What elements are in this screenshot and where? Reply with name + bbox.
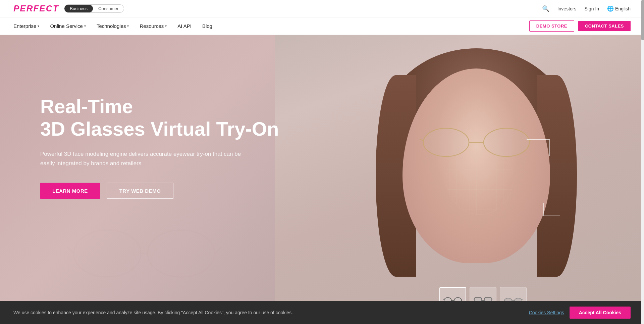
enterprise-label: Enterprise (13, 23, 36, 29)
contact-sales-button[interactable]: CONTACT SALES (578, 21, 631, 31)
svg-point-1 (148, 230, 215, 277)
hero-subtitle: Powerful 3D face modeling engine deliver… (40, 149, 255, 168)
business-toggle[interactable]: Business (64, 5, 93, 12)
scrollbar-thumb[interactable] (641, 0, 644, 40)
hero-section: Real-Time 3D Glasses Virtual Try-On Powe… (0, 35, 644, 324)
nav-blog[interactable]: Blog (202, 23, 212, 29)
nav-technologies[interactable]: Technologies ▾ (97, 23, 129, 29)
logo[interactable]: PERFECT (13, 3, 59, 14)
top-bar-left: PERFECT Business Consumer (13, 3, 124, 14)
online-service-label: Online Service (50, 23, 83, 29)
nav-left: Enterprise ▾ Online Service ▾ Technologi… (13, 23, 212, 29)
nav-resources[interactable]: Resources ▾ (140, 23, 167, 29)
investors-link[interactable]: Investors (557, 6, 577, 11)
svg-line-4 (215, 247, 221, 253)
woman-portrait (376, 48, 577, 290)
svg-line-25 (522, 299, 523, 300)
svg-line-3 (67, 247, 74, 253)
top-bar-right: 🔍 Investors Sign In 🌐 English (542, 5, 631, 12)
demo-store-button[interactable]: DEMO STORE (529, 20, 574, 32)
signin-link[interactable]: Sign In (584, 6, 599, 11)
ar-corner-bracket-tr (527, 139, 550, 156)
glasses-on-face-svg (419, 126, 533, 159)
mode-toggle: Business Consumer (64, 4, 124, 13)
nav-right: DEMO STORE CONTACT SALES (529, 20, 631, 32)
svg-point-5 (423, 128, 469, 156)
hero-image-area (275, 35, 644, 324)
top-bar: PERFECT Business Consumer 🔍 Investors Si… (0, 0, 644, 17)
nav-online-service[interactable]: Online Service ▾ (50, 23, 86, 29)
learn-more-button[interactable]: LEARN MORE (40, 183, 100, 199)
cookie-text: We use cookies to enhance your experienc… (13, 309, 293, 316)
cookie-actions: Cookies Settings Accept All Cookies (529, 307, 631, 319)
svg-point-6 (484, 128, 529, 156)
technologies-label: Technologies (97, 23, 126, 29)
hero-title-line2: 3D Glasses Virtual Try-On (40, 118, 279, 140)
nav-ai-api[interactable]: AI API (177, 23, 192, 29)
nav-bar: Enterprise ▾ Online Service ▾ Technologi… (0, 17, 644, 35)
hero-title-line1: Real-Time (40, 95, 133, 117)
scrollbar-track (641, 0, 644, 324)
consumer-toggle[interactable]: Consumer (93, 5, 124, 12)
background-glasses-decoration (67, 203, 221, 304)
hero-content: Real-Time 3D Glasses Virtual Try-On Powe… (40, 95, 279, 199)
accept-cookies-button[interactable]: Accept All Cookies (570, 307, 631, 319)
cookie-banner: We use cookies to enhance your experienc… (0, 301, 644, 324)
svg-line-8 (419, 139, 423, 141)
online-service-chevron-icon: ▾ (84, 24, 86, 28)
svg-line-24 (504, 299, 504, 300)
technologies-chevron-icon: ▾ (127, 24, 129, 28)
resources-label: Resources (140, 23, 164, 29)
language-selector[interactable]: 🌐 English (607, 5, 631, 12)
search-button[interactable]: 🔍 (542, 5, 549, 12)
enterprise-chevron-icon: ▾ (38, 24, 39, 28)
resources-chevron-icon: ▾ (165, 24, 167, 28)
blog-label: Blog (202, 23, 212, 29)
try-web-demo-button[interactable]: TRY WEB DEMO (107, 183, 174, 199)
nav-enterprise[interactable]: Enterprise ▾ (13, 23, 39, 29)
svg-point-0 (74, 230, 141, 277)
search-icon: 🔍 (542, 5, 549, 12)
cookies-settings-button[interactable]: Cookies Settings (529, 310, 564, 315)
ai-api-label: AI API (177, 23, 192, 29)
hero-actions: LEARN MORE TRY WEB DEMO (40, 183, 279, 199)
globe-icon: 🌐 (607, 5, 614, 12)
hero-title: Real-Time 3D Glasses Virtual Try-On (40, 95, 279, 140)
language-label: English (615, 6, 631, 11)
ar-corner-bracket-bl (543, 203, 560, 216)
